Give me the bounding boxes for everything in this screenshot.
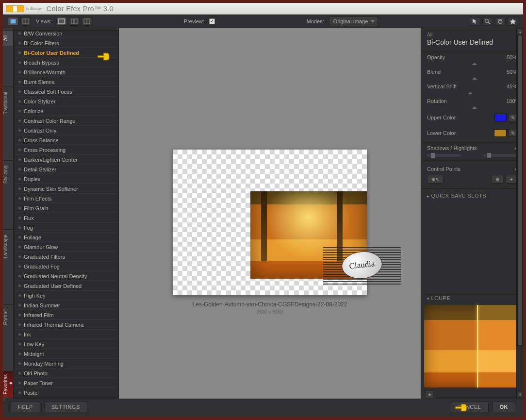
favorite-star-icon[interactable]: ★ — [17, 137, 22, 143]
filter-item[interactable]: ★High Key — [14, 290, 118, 300]
favorite-star-icon[interactable]: ★ — [17, 50, 22, 55]
favorite-star-icon[interactable]: ★ — [17, 312, 22, 318]
filter-item[interactable]: ★Dynamic Skin Softener — [14, 184, 118, 193]
preview-checkbox[interactable] — [209, 18, 215, 24]
filter-item[interactable]: ★Paper Toner — [14, 378, 118, 387]
filter-item[interactable]: ★Brilliance/Warmth — [14, 67, 118, 77]
filter-item[interactable]: ★Infrared Film — [14, 310, 118, 319]
favorite-star-icon[interactable]: ★ — [17, 273, 22, 279]
right-scrollbar[interactable]: ▴ ▾ — [516, 28, 523, 398]
highlights-slider[interactable] — [483, 154, 517, 157]
slider-handle[interactable] — [472, 104, 477, 109]
scroll-up-icon[interactable]: ▴ — [517, 28, 523, 35]
control-point-tool-button[interactable]: ⊕ — [491, 175, 504, 184]
filter-item[interactable]: ★Cross Balance — [14, 135, 118, 145]
favorite-star-icon[interactable]: ★ — [17, 235, 22, 240]
settings-button[interactable]: SETTINGS — [44, 402, 87, 412]
filter-item[interactable]: ★Midnight — [14, 349, 118, 358]
cancel-button[interactable]: CANCEL — [451, 402, 489, 412]
filter-item[interactable]: ★Duplex — [14, 174, 118, 184]
loupe-preview[interactable] — [424, 305, 520, 387]
filter-item[interactable]: ★Detail Stylizer — [14, 164, 118, 174]
filter-item[interactable]: ★Old Photo — [14, 368, 118, 378]
category-tab-stylizing[interactable]: Stylizing — [3, 160, 13, 188]
control-point-add-button[interactable]: ⊕↖ — [427, 175, 444, 184]
favorite-star-icon[interactable]: ★ — [17, 205, 22, 211]
slider-track[interactable] — [427, 77, 517, 80]
filter-item[interactable]: ★Colorize — [14, 106, 118, 116]
pointer-tool-icon[interactable] — [470, 17, 480, 26]
slider-handle[interactable] — [468, 89, 473, 94]
filter-item[interactable]: ★Contrast Only — [14, 125, 118, 135]
favorite-star-icon[interactable]: ★ — [17, 283, 22, 288]
category-tab-all[interactable]: All — [3, 30, 13, 46]
favorite-star-icon[interactable]: ★ — [17, 128, 22, 133]
filter-item[interactable]: ★Foliage — [14, 232, 118, 242]
filter-item[interactable]: ★Graduated Filters — [14, 252, 118, 261]
filter-item[interactable]: ★Darken/Lighten Center — [14, 154, 118, 164]
layout-side-icon[interactable] — [69, 17, 80, 26]
layout-single-icon[interactable] — [56, 17, 67, 26]
filter-item[interactable]: ★Infrared Thermal Camera — [14, 319, 118, 329]
layout-split-icon[interactable] — [82, 17, 92, 26]
control-point-plus-button[interactable]: + — [506, 175, 517, 184]
filter-item[interactable]: ★Fog — [14, 222, 118, 232]
favorite-star-icon[interactable]: ★ — [17, 196, 22, 201]
help-button[interactable]: HELP — [11, 402, 40, 412]
favorite-star-icon[interactable]: ★ — [17, 176, 22, 182]
filter-item[interactable]: ★Monday Morning — [14, 358, 118, 368]
filter-item[interactable]: ★Indian Summer — [14, 300, 118, 310]
favorite-star-icon[interactable]: ★ — [17, 215, 22, 220]
filter-item[interactable]: ★Pastel — [14, 387, 118, 397]
favorite-star-icon[interactable]: ★ — [17, 60, 22, 65]
favorite-star-icon[interactable]: ★ — [17, 322, 22, 327]
slider-track[interactable] — [427, 106, 517, 109]
filter-item[interactable]: ★Bi-Color Filters — [14, 38, 118, 48]
quick-save-slots-header[interactable]: QUICK SAVE SLOTS — [421, 188, 523, 202]
scroll-down-icon[interactable]: ▾ — [517, 391, 523, 398]
ok-button[interactable]: OK — [493, 402, 516, 412]
lower-color-swatch[interactable] — [494, 129, 507, 137]
loupe-header[interactable]: LOUPE — [421, 292, 523, 304]
filter-item[interactable]: ★Bi-Color User Defined — [14, 48, 118, 57]
loupe-favorite-button[interactable]: ★ — [425, 390, 434, 398]
favorite-star-icon[interactable]: ★ — [17, 99, 22, 104]
filter-item[interactable]: ★Ink — [14, 329, 118, 339]
favorite-star-icon[interactable]: ★ — [17, 390, 22, 395]
favorite-star-icon[interactable]: ★ — [17, 341, 22, 347]
favorite-star-icon[interactable]: ★ — [17, 157, 22, 162]
pan-tool-icon[interactable] — [495, 17, 506, 26]
filter-item[interactable]: ★Film Effects — [14, 193, 118, 203]
filter-item[interactable]: ★B/W Conversion — [14, 28, 118, 38]
favorite-star-icon[interactable]: ★ — [17, 186, 22, 191]
slider-track[interactable] — [427, 91, 517, 94]
filter-item[interactable]: ★Glamour Glow — [14, 242, 118, 252]
category-tab-traditional[interactable]: Traditional — [3, 86, 13, 119]
slider-handle[interactable] — [472, 75, 477, 80]
filter-item[interactable]: ★Color Stylizer — [14, 96, 118, 106]
favorite-star-icon[interactable]: ★ — [17, 225, 22, 230]
favorite-star-icon[interactable]: ★ — [17, 264, 22, 269]
filter-item[interactable]: ★Graduated User Defined — [14, 281, 118, 290]
filter-item[interactable]: ★Graduated Fog — [14, 261, 118, 271]
favorite-star-icon[interactable]: ★ — [17, 108, 22, 114]
filter-item[interactable]: ★Burnt Sienna — [14, 77, 118, 86]
scroll-thumb[interactable] — [517, 35, 523, 346]
favorite-star-icon[interactable]: ★ — [17, 89, 22, 94]
favorite-star-icon[interactable]: ★ — [17, 147, 22, 152]
category-tab-favorites[interactable]: Favorites★ — [3, 371, 13, 397]
favorite-star-icon[interactable]: ★ — [17, 118, 22, 123]
preview-canvas[interactable]: Claudia — [173, 150, 367, 295]
favorite-star-icon[interactable]: ★ — [17, 254, 22, 259]
favorite-star-icon[interactable]: ★ — [17, 332, 22, 337]
slider-handle[interactable] — [472, 60, 477, 65]
favorite-star-icon[interactable]: ★ — [17, 302, 22, 308]
upper-color-swatch[interactable] — [494, 114, 507, 121]
zoom-tool-icon[interactable] — [482, 17, 493, 26]
favorite-star-icon[interactable]: ★ — [17, 69, 22, 75]
filter-item[interactable]: ★Contrast Color Range — [14, 116, 118, 125]
favorite-star-icon[interactable]: ★ — [17, 244, 22, 250]
favorite-star-icon[interactable]: ★ — [17, 167, 22, 172]
favorite-star-icon[interactable]: ★ — [17, 370, 22, 376]
favorite-star-icon[interactable]: ★ — [17, 31, 22, 36]
